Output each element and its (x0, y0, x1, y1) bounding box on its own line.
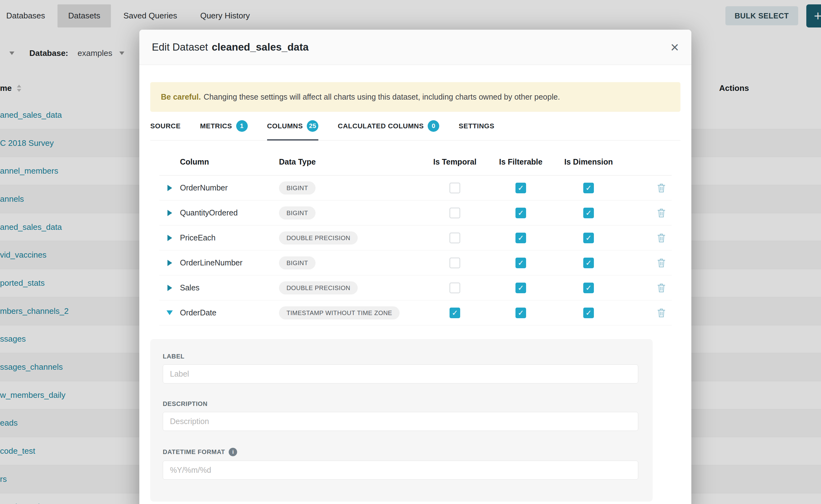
is-dimension-checkbox[interactable] (583, 233, 594, 243)
caret-cell (159, 210, 180, 216)
data-type-pill: TIMESTAMP WITHOUT TIME ZONE (279, 306, 399, 319)
tab-count-badge: 0 (428, 120, 439, 132)
tab-metrics[interactable]: METRICS1 (200, 112, 248, 140)
tab-count-badge: 1 (236, 120, 248, 132)
columns-table-body: OrderNumberBIGINTQuantityOrderedBIGINTPr… (159, 175, 672, 325)
is-dimension-checkbox[interactable] (583, 258, 594, 268)
expand-caret-icon[interactable] (167, 260, 172, 266)
expand-caret-icon[interactable] (167, 210, 172, 216)
column-header-column: Column (180, 157, 279, 166)
checkbox-cell (423, 183, 487, 193)
column-name: QuantityOrdered (180, 208, 238, 217)
checkbox-cell (423, 283, 487, 293)
column-name-cell: PriceEach (180, 233, 279, 242)
checkbox-cell (555, 308, 623, 318)
delete-cell (623, 208, 672, 218)
is-filterable-checkbox[interactable] (516, 308, 526, 318)
tab-label: METRICS (200, 122, 232, 130)
is-dimension-checkbox[interactable] (583, 183, 594, 193)
column-row-PriceEach: PriceEachDOUBLE PRECISION (159, 225, 672, 250)
tab-settings[interactable]: SETTINGS (459, 112, 494, 140)
checkbox-cell (555, 183, 623, 193)
tab-label: SOURCE (150, 122, 180, 130)
tab-count-badge: 25 (307, 120, 318, 132)
column-detail-panel: LABEL DESCRIPTION DATETIME FORMAT i (150, 339, 653, 502)
trash-icon[interactable] (657, 308, 666, 318)
collapse-caret-icon[interactable] (166, 310, 173, 315)
delete-cell (623, 283, 672, 293)
is-dimension-checkbox[interactable] (583, 283, 594, 293)
is-filterable-checkbox[interactable] (516, 183, 526, 193)
column-name-cell: OrderLineNumber (180, 258, 279, 267)
tab-columns[interactable]: COLUMNS25 (267, 112, 319, 140)
data-type-pill: DOUBLE PRECISION (279, 231, 358, 245)
info-icon[interactable]: i (229, 448, 237, 456)
close-icon[interactable]: × (670, 40, 679, 54)
expand-caret-icon[interactable] (167, 185, 172, 191)
datetime-format-label-row: DATETIME FORMAT i (163, 448, 638, 456)
checkbox-cell (555, 283, 623, 293)
is-filterable-checkbox[interactable] (516, 208, 526, 218)
tab-label: SETTINGS (459, 122, 494, 130)
is-temporal-checkbox[interactable] (450, 233, 460, 243)
delete-cell (623, 258, 672, 268)
trash-icon[interactable] (657, 233, 666, 243)
data-type-pill: BIGINT (279, 181, 315, 195)
column-row-OrderDate: OrderDateTIMESTAMP WITHOUT TIME ZONE (159, 300, 672, 325)
column-header-is-dimension: Is Dimension (555, 157, 623, 166)
is-temporal-checkbox[interactable] (450, 283, 460, 293)
is-temporal-checkbox[interactable] (450, 308, 460, 318)
checkbox-cell (487, 233, 555, 243)
screen: DatabasesDatasetsSaved QueriesQuery Hist… (0, 0, 821, 504)
description-input[interactable] (163, 412, 638, 431)
checkbox-cell (487, 208, 555, 218)
datetime-format-input[interactable] (163, 461, 638, 480)
label-field-label: LABEL (163, 353, 638, 360)
trash-icon[interactable] (657, 283, 666, 293)
description-field-label: DESCRIPTION (163, 400, 638, 408)
is-temporal-checkbox[interactable] (450, 208, 460, 218)
tab-source[interactable]: SOURCE (150, 112, 180, 140)
data-type-cell: DOUBLE PRECISION (279, 281, 423, 294)
column-name: PriceEach (180, 233, 215, 242)
checkbox-cell (555, 258, 623, 268)
tab-label: COLUMNS (267, 122, 303, 130)
data-type-cell: TIMESTAMP WITHOUT TIME ZONE (279, 306, 423, 319)
tab-label: CALCULATED COLUMNS (338, 122, 424, 130)
is-dimension-checkbox[interactable] (583, 208, 594, 218)
column-name-cell: OrderNumber (180, 183, 279, 192)
column-name-cell: Sales (180, 283, 279, 292)
modal-title: Edit Dataset cleaned_sales_data (152, 41, 309, 53)
modal-title-dataset-name: cleaned_sales_data (212, 41, 309, 53)
is-dimension-checkbox[interactable] (583, 308, 594, 318)
data-type-cell: BIGINT (279, 256, 423, 269)
column-name: Sales (180, 283, 200, 292)
is-filterable-checkbox[interactable] (516, 233, 526, 243)
data-type-cell: BIGINT (279, 181, 423, 195)
column-name-cell: OrderDate (180, 308, 279, 317)
data-type-pill: BIGINT (279, 256, 315, 269)
is-filterable-checkbox[interactable] (516, 258, 526, 268)
checkbox-cell (423, 208, 487, 218)
is-temporal-checkbox[interactable] (450, 183, 460, 193)
trash-icon[interactable] (657, 208, 666, 218)
caret-cell (159, 185, 180, 191)
trash-icon[interactable] (657, 183, 666, 193)
edit-dataset-modal: Edit Dataset cleaned_sales_data × Be car… (139, 30, 691, 504)
column-row-OrderNumber: OrderNumberBIGINT (159, 175, 672, 200)
checkbox-cell (423, 258, 487, 268)
columns-table-head: ColumnData TypeIs TemporalIs FilterableI… (159, 141, 672, 175)
checkbox-cell (555, 233, 623, 243)
label-input[interactable] (163, 364, 638, 383)
warning-banner: Be careful. Changing these settings will… (150, 82, 680, 112)
column-header-data-type: Data Type (279, 157, 423, 166)
expand-caret-icon[interactable] (167, 235, 172, 241)
trash-icon[interactable] (657, 258, 666, 268)
expand-caret-icon[interactable] (167, 285, 172, 291)
is-temporal-checkbox[interactable] (450, 258, 460, 268)
tab-calculated-columns[interactable]: CALCULATED COLUMNS0 (338, 112, 439, 140)
is-filterable-checkbox[interactable] (516, 283, 526, 293)
checkbox-cell (423, 308, 487, 318)
columns-table: ColumnData TypeIs TemporalIs FilterableI… (159, 141, 672, 325)
caret-cell (159, 285, 180, 291)
